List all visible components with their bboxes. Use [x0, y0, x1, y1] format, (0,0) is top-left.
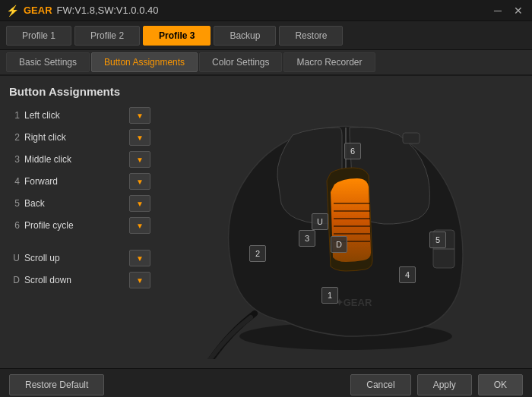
svg-rect-10	[403, 133, 420, 143]
titlebar-controls: ─ ✕	[491, 5, 526, 17]
assignment-row-6: 6Profile cycle▼	[9, 217, 150, 234]
assignment-label: Right click	[24, 132, 125, 143]
chevron-down-icon: ▼	[136, 178, 144, 186]
assignment-label: Forward	[24, 176, 125, 187]
chevron-down-icon: ▼	[136, 134, 144, 142]
sub-tab-color[interactable]: Color Settings	[199, 52, 282, 72]
profile-tabs: Profile 1Profile 2Profile 3BackupRestore	[0, 21, 532, 50]
assignment-num: 6	[9, 220, 20, 231]
assignment-label: Left click	[24, 110, 125, 121]
main-content: Button Assignments 1Left click▼2Right cl…	[0, 76, 532, 368]
assignments-list: 1Left click▼2Right click▼3Middle click▼4…	[9, 107, 150, 288]
chevron-down-icon: ▼	[136, 254, 144, 263]
mouse-container: ✦GEAR 123456UD	[179, 86, 513, 359]
assignment-row-4: 4Forward▼	[9, 173, 150, 190]
assignment-label: Back	[24, 198, 125, 209]
chevron-down-icon: ▼	[136, 200, 144, 208]
assignment-row-1: 1Left click▼	[9, 107, 150, 124]
chevron-down-icon: ▼	[136, 222, 144, 230]
assignment-num: 4	[9, 176, 20, 187]
left-panel: Button Assignments 1Left click▼2Right cl…	[0, 76, 160, 368]
assignment-label: Profile cycle	[24, 220, 125, 231]
assignment-row-3: 3Middle click▼	[9, 151, 150, 168]
scroll-num: D	[9, 275, 20, 285]
ok-button[interactable]: OK	[478, 374, 523, 395]
svg-text:✦GEAR: ✦GEAR	[335, 297, 372, 308]
page-title: Button Assignments	[9, 85, 150, 98]
minimize-button[interactable]: ─	[491, 5, 505, 17]
sub-tab-macro[interactable]: Macro Recorder	[283, 52, 375, 72]
assignment-dropdown[interactable]: ▼	[129, 107, 150, 124]
titlebar: ⚡ GEAR FW:V1.8,SW:V1.0.0.40 ─ ✕	[0, 0, 532, 21]
close-button[interactable]: ✕	[511, 5, 526, 17]
assignment-dropdown[interactable]: ▼	[129, 129, 150, 146]
cancel-button[interactable]: Cancel	[350, 374, 410, 395]
scroll-dropdown[interactable]: ▼	[129, 250, 150, 266]
bottom-bar: Restore Default Cancel Apply OK	[0, 368, 532, 397]
version-label: FW:V1.8,SW:V1.0.0.40	[57, 5, 159, 16]
profile-tab-profile2[interactable]: Profile 2	[74, 26, 140, 46]
profile-tab-profile3[interactable]: Profile 3	[143, 26, 211, 46]
scroll-assignment-row-U: UScroll up▼	[9, 250, 150, 266]
scroll-num: U	[9, 253, 20, 263]
right-panel: ✦GEAR 123456UD	[160, 76, 532, 368]
chevron-down-icon: ▼	[136, 276, 144, 285]
profile-tab-restore[interactable]: Restore	[279, 26, 343, 46]
assignment-dropdown[interactable]: ▼	[129, 173, 150, 190]
assignment-num: 2	[9, 132, 20, 143]
scroll-label: Scroll down	[24, 275, 125, 285]
sub-tab-buttons[interactable]: Button Assignments	[91, 52, 198, 72]
assignment-label: Middle click	[24, 154, 125, 165]
assignment-dropdown[interactable]: ▼	[129, 195, 150, 212]
scroll-label: Scroll up	[24, 253, 125, 263]
assignment-num: 3	[9, 154, 20, 165]
assignment-dropdown[interactable]: ▼	[129, 151, 150, 168]
profile-tab-backup[interactable]: Backup	[214, 26, 276, 46]
chevron-down-icon: ▼	[136, 112, 144, 120]
titlebar-left: ⚡ GEAR FW:V1.8,SW:V1.0.0.40	[6, 5, 158, 17]
chevron-down-icon: ▼	[136, 156, 144, 164]
assignment-row-5: 5Back▼	[9, 195, 150, 212]
bottom-right-buttons: Cancel Apply OK	[350, 374, 523, 395]
brand-name: GEAR	[24, 5, 52, 16]
scroll-dropdown[interactable]: ▼	[129, 272, 150, 288]
logo-icon: ⚡	[6, 5, 19, 17]
restore-default-button[interactable]: Restore Default	[9, 374, 104, 395]
assignment-dropdown[interactable]: ▼	[129, 217, 150, 234]
assignment-num: 5	[9, 198, 20, 209]
profile-tab-profile1[interactable]: Profile 1	[6, 26, 71, 46]
mouse-graphic: ✦GEAR	[179, 86, 513, 359]
scroll-assignment-row-D: DScroll down▼	[9, 272, 150, 288]
apply-button[interactable]: Apply	[417, 374, 472, 395]
sub-tabs: Basic SettingsButton AssignmentsColor Se…	[0, 50, 532, 76]
sub-tab-basic[interactable]: Basic Settings	[6, 52, 90, 72]
assignment-row-2: 2Right click▼	[9, 129, 150, 146]
assignment-num: 1	[9, 110, 20, 121]
